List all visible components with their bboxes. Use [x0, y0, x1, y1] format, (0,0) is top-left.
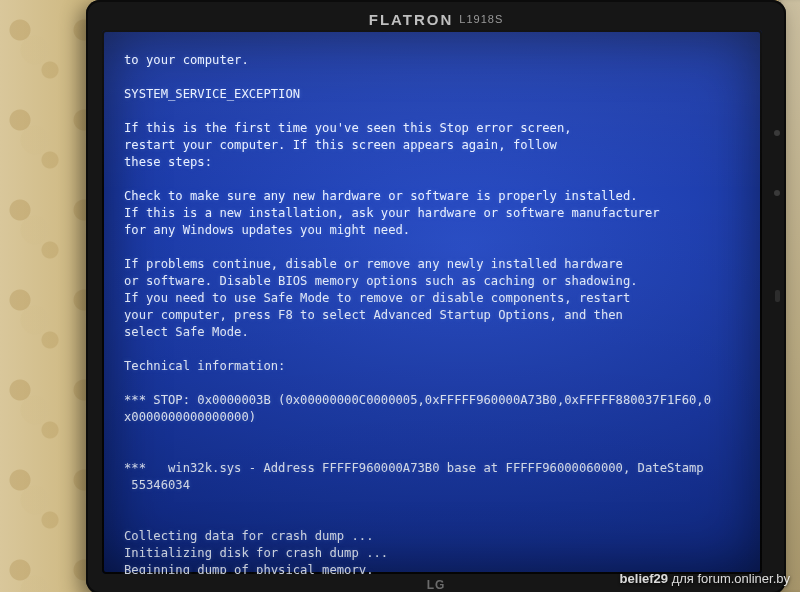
watermark-site: forum.onliner.by — [698, 571, 791, 586]
photo-scene: FLATRON L1918S LG to your computer. SYST… — [0, 0, 800, 592]
watermark-author: belief29 — [620, 571, 668, 586]
photo-watermark: belief29 для forum.onliner.by — [620, 571, 790, 586]
monitor-brand-strip: FLATRON L1918S — [86, 6, 786, 32]
bsod-text: to your computer. SYSTEM_SERVICE_EXCEPTI… — [124, 52, 752, 574]
monitor-bezel: FLATRON L1918S LG to your computer. SYST… — [86, 0, 786, 592]
monitor-maker-logo: LG — [427, 578, 446, 592]
bezel-button-icon — [774, 130, 780, 136]
monitor-screen: to your computer. SYSTEM_SERVICE_EXCEPTI… — [102, 30, 762, 574]
monitor-brand: FLATRON — [369, 11, 454, 28]
monitor-model: L1918S — [459, 13, 503, 25]
watermark-for: для — [672, 571, 694, 586]
bezel-button-icon — [775, 290, 780, 302]
bezel-button-icon — [774, 190, 780, 196]
